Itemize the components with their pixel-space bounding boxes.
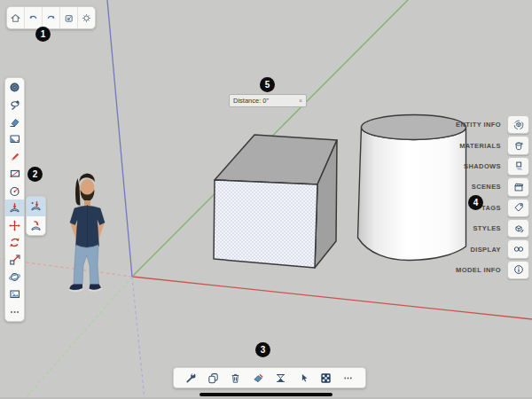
- tags-button[interactable]: [507, 199, 529, 217]
- callout-badge-3: 3: [255, 342, 270, 357]
- undo-button[interactable]: [25, 7, 43, 28]
- lasso-tool[interactable]: [5, 96, 24, 113]
- styles-label: STYLES: [473, 224, 501, 232]
- cylinder-top-face[interactable]: [362, 115, 466, 140]
- 3d-viewport[interactable]: [0, 0, 532, 399]
- callout-badge-5: 5: [260, 77, 275, 92]
- info-icon: [512, 263, 525, 276]
- more-icon: [8, 305, 21, 318]
- box-front-face-selected[interactable]: [214, 180, 317, 268]
- entity-info-button[interactable]: [507, 115, 529, 134]
- panel-row-shadows: SHADOWS: [456, 157, 529, 176]
- rotate-icon: [8, 236, 21, 249]
- rectangle-icon: [8, 167, 21, 180]
- entity-info-label: ENTITY INFO: [456, 121, 501, 129]
- home-button[interactable]: [7, 7, 25, 28]
- checker-icon: [319, 372, 332, 385]
- close-icon[interactable]: ×: [299, 98, 302, 104]
- lasso-icon: [8, 98, 21, 112]
- home-icon: [10, 12, 21, 24]
- cylinder-body[interactable]: [358, 128, 466, 261]
- offset-icon: [29, 219, 43, 232]
- export-icon: [63, 12, 74, 24]
- panel-row-materials: MATERIALS: [456, 136, 529, 154]
- duplicate-icon: [207, 372, 220, 385]
- cylinder[interactable]: [358, 115, 466, 261]
- callout-badge-1: 1: [35, 27, 51, 42]
- measurement-box[interactable]: Distance: 0" ×: [229, 94, 307, 107]
- more-actions-button[interactable]: [340, 367, 357, 388]
- rotate-tool[interactable]: [5, 234, 24, 251]
- move-tool[interactable]: [5, 216, 24, 233]
- flyout-offset[interactable]: [27, 216, 45, 236]
- pencil-icon: [8, 150, 21, 163]
- materials-button[interactable]: [507, 136, 529, 154]
- scale-icon: [8, 253, 21, 266]
- shadows-button[interactable]: [507, 157, 529, 176]
- left-tool-rail: [4, 77, 25, 322]
- box-top-face[interactable]: [215, 135, 337, 184]
- panel-row-entity-info: ENTITY INFO: [456, 115, 529, 134]
- panel-row-tags: TAGS: [456, 199, 529, 217]
- styles-button[interactable]: [507, 219, 529, 238]
- push-pull-icon: [29, 200, 43, 213]
- display-button[interactable]: [507, 239, 529, 258]
- trash-icon: [229, 372, 242, 385]
- select-icon: [8, 81, 21, 94]
- styles-icon: [512, 223, 525, 235]
- materials-label: MATERIALS: [459, 142, 501, 150]
- entity-info-icon: [512, 119, 525, 131]
- selected-box[interactable]: [214, 135, 337, 268]
- shapes-tool[interactable]: [5, 165, 24, 182]
- flyout-push-pull[interactable]: [27, 197, 45, 216]
- scale-tool[interactable]: [5, 251, 24, 268]
- axis-green-negative: [25, 277, 132, 399]
- duplicate-button[interactable]: [204, 367, 222, 388]
- tags-icon: [512, 201, 525, 214]
- measurement-value: Distance: 0": [233, 97, 269, 105]
- cursor-button[interactable]: [294, 367, 312, 388]
- tags-label: TAGS: [481, 204, 501, 212]
- right-panel-rail: ENTITY INFO MATERIALS SHADOWS SCENE: [456, 115, 529, 279]
- redo-icon: [45, 12, 57, 24]
- delete-button[interactable]: [227, 367, 245, 388]
- scenes-button[interactable]: [507, 177, 529, 196]
- push-pull-icon: [8, 201, 21, 215]
- wrench-icon: [184, 372, 198, 385]
- eraser-icon: [8, 115, 21, 129]
- orbit-tool[interactable]: [5, 269, 24, 286]
- gear-icon: [81, 12, 92, 24]
- wrench-button[interactable]: [182, 367, 200, 388]
- model-info-button[interactable]: [507, 261, 529, 279]
- export-button[interactable]: [60, 7, 78, 28]
- redo-button[interactable]: [43, 7, 60, 28]
- axis-blue-negative: [132, 277, 145, 399]
- settings-button[interactable]: [78, 7, 95, 28]
- display-glasses-icon: [512, 243, 525, 255]
- paint-tool[interactable]: [5, 130, 24, 147]
- paint-icon: [252, 372, 265, 385]
- axis-blue: [107, 0, 132, 277]
- push-pull-flyout: [26, 196, 46, 236]
- materials-icon: [512, 139, 525, 152]
- shadows-label: SHADOWS: [464, 162, 501, 170]
- model-info-label: MODEL INFO: [456, 266, 501, 274]
- paint-button[interactable]: [249, 367, 267, 388]
- solid-tools-button[interactable]: [317, 367, 335, 388]
- more-tools[interactable]: [5, 302, 24, 319]
- person-scale-figure[interactable]: [69, 174, 105, 293]
- shadows-icon: [512, 160, 525, 172]
- callout-badge-2: 2: [27, 167, 43, 182]
- select-tool[interactable]: [5, 79, 24, 96]
- pencil-tool[interactable]: [5, 148, 24, 165]
- push-pull-tool[interactable]: [5, 200, 24, 216]
- image-tool[interactable]: [5, 286, 24, 302]
- home-indicator[interactable]: [200, 393, 332, 396]
- panel-row-scenes: SCENES: [456, 177, 529, 196]
- eraser-tool[interactable]: [5, 113, 24, 130]
- axis-red: [132, 277, 532, 319]
- cursor-icon: [298, 372, 309, 384]
- arc-tool[interactable]: [5, 183, 24, 200]
- flip-hourglass-icon: [274, 372, 287, 385]
- flip-button[interactable]: [272, 367, 290, 388]
